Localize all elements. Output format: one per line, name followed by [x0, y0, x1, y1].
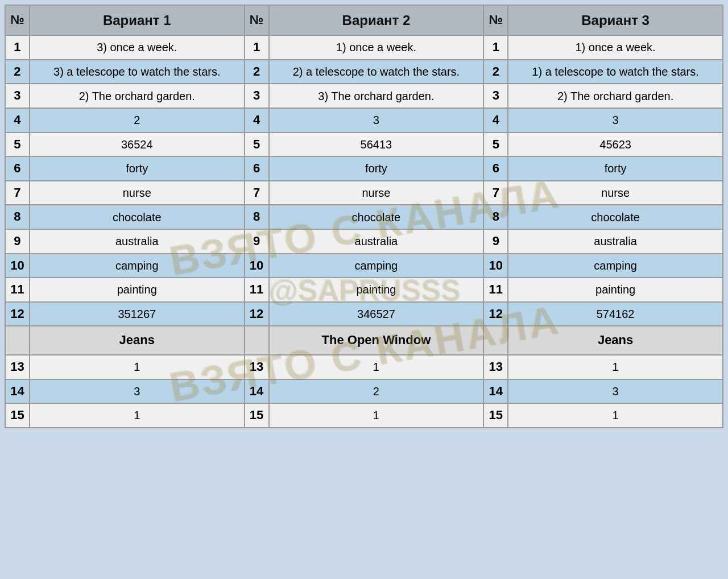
section-v1: Jeans	[30, 326, 245, 355]
row-v3: 1	[508, 403, 723, 428]
row-num: 1	[5, 35, 30, 60]
row-num: 2	[245, 60, 269, 84]
row-num: 14	[483, 379, 508, 404]
header-row: № Вариант 1 № Вариант 2 № Вариант 3	[5, 5, 723, 35]
header-var3: Вариант 3	[508, 5, 723, 35]
table-row: 2 3) a telescope to watch the stars. 2 2…	[5, 60, 723, 84]
row-v1: 3) a telescope to watch the stars.	[30, 60, 245, 84]
row-num: 3	[483, 84, 508, 108]
row-v1: 1	[30, 355, 245, 379]
row-num: 6	[5, 156, 30, 181]
table-row: 12 351267 12 346527 12 574162	[5, 302, 723, 326]
row-v3: painting	[508, 278, 723, 302]
row-v2: 3	[269, 108, 484, 133]
row-num: 1	[483, 35, 508, 60]
row-num: 2	[5, 60, 30, 84]
table-row: 7 nurse 7 nurse 7 nurse	[5, 181, 723, 205]
table-row: 9 australia 9 australia 9 australia	[5, 229, 723, 254]
row-num: 4	[483, 108, 508, 133]
table-row: 15 1 15 1 15 1	[5, 403, 723, 428]
section-v3: Jeans	[508, 326, 723, 355]
row-num: 13	[483, 355, 508, 379]
table-row: 3 2) The orchard garden. 3 3) The orchar…	[5, 84, 723, 108]
row-num: 12	[5, 302, 30, 326]
row-num: 3	[245, 84, 269, 108]
row-v2: 1) once a week.	[269, 35, 484, 60]
row-num: 6	[245, 156, 269, 181]
row-v2: chocolate	[269, 205, 484, 229]
row-v2: 346527	[269, 302, 484, 326]
table-row: 1 3) once a week. 1 1) once a week. 1 1)…	[5, 35, 723, 60]
row-v2: 2) a telescope to watch the stars.	[269, 60, 484, 84]
row-num: 11	[5, 278, 30, 302]
row-v2: painting	[269, 278, 484, 302]
row-num: 6	[483, 156, 508, 181]
row-num: 5	[245, 133, 269, 157]
row-num: 9	[483, 229, 508, 254]
row-num: 8	[483, 205, 508, 229]
section-header-row: Jeans The Open Window Jeans	[5, 326, 723, 355]
row-num: 15	[483, 403, 508, 428]
row-v3: 3	[508, 108, 723, 133]
row-v3: camping	[508, 254, 723, 278]
table-row: 6 forty 6 forty 6 forty	[5, 156, 723, 181]
row-num: 12	[245, 302, 269, 326]
row-v3: chocolate	[508, 205, 723, 229]
row-v1: forty	[30, 156, 245, 181]
row-num: 8	[245, 205, 269, 229]
header-var1: Вариант 1	[30, 5, 245, 35]
row-v1: 351267	[30, 302, 245, 326]
row-v1: 3	[30, 379, 245, 404]
main-wrapper: № Вариант 1 № Вариант 2 № Вариант 3 1 3)…	[0, 0, 728, 579]
row-num: 8	[5, 205, 30, 229]
row-v2: nurse	[269, 181, 484, 205]
row-num: 14	[245, 379, 269, 404]
row-num: 10	[5, 254, 30, 278]
row-v1: 1	[30, 403, 245, 428]
table-row: 14 3 14 2 14 3	[5, 379, 723, 404]
table-row: 11 painting 11 painting 11 painting	[5, 278, 723, 302]
row-v3: australia	[508, 229, 723, 254]
row-v3: forty	[508, 156, 723, 181]
row-num: 13	[5, 355, 30, 379]
table-row: 13 1 13 1 13 1	[5, 355, 723, 379]
row-num: 5	[5, 133, 30, 157]
row-v1: chocolate	[30, 205, 245, 229]
row-num: 2	[483, 60, 508, 84]
row-num: 11	[245, 278, 269, 302]
row-num: 1	[245, 35, 269, 60]
row-num: 11	[483, 278, 508, 302]
row-v3: 45623	[508, 133, 723, 157]
row-v3: 2) The orchard garden.	[508, 84, 723, 108]
table-row: 8 chocolate 8 chocolate 8 chocolate	[5, 205, 723, 229]
row-v2: camping	[269, 254, 484, 278]
header-num3: №	[483, 5, 508, 35]
row-num: 15	[245, 403, 269, 428]
row-num: 7	[245, 181, 269, 205]
row-v2: 2	[269, 379, 484, 404]
row-v1: australia	[30, 229, 245, 254]
row-v1: painting	[30, 278, 245, 302]
header-num1: №	[5, 5, 30, 35]
header-var2: Вариант 2	[269, 5, 484, 35]
row-num: 12	[483, 302, 508, 326]
row-num: 10	[483, 254, 508, 278]
row-v2: 1	[269, 403, 484, 428]
table-row: 10 camping 10 camping 10 camping	[5, 254, 723, 278]
row-v1: nurse	[30, 181, 245, 205]
row-v3: 574162	[508, 302, 723, 326]
row-num: 15	[5, 403, 30, 428]
row-num: 13	[245, 355, 269, 379]
row-v3: 3	[508, 379, 723, 404]
row-v1: 3) once a week.	[30, 35, 245, 60]
row-v2: 3) The orchard garden.	[269, 84, 484, 108]
table-row: 4 2 4 3 4 3	[5, 108, 723, 133]
answers-table: № Вариант 1 № Вариант 2 № Вариант 3 1 3)…	[5, 5, 723, 428]
row-v1: 2) The orchard garden.	[30, 84, 245, 108]
row-num: 4	[245, 108, 269, 133]
header-num2: №	[245, 5, 269, 35]
row-v1: 36524	[30, 133, 245, 157]
row-num: 10	[245, 254, 269, 278]
row-num: 9	[5, 229, 30, 254]
row-num: 4	[5, 108, 30, 133]
